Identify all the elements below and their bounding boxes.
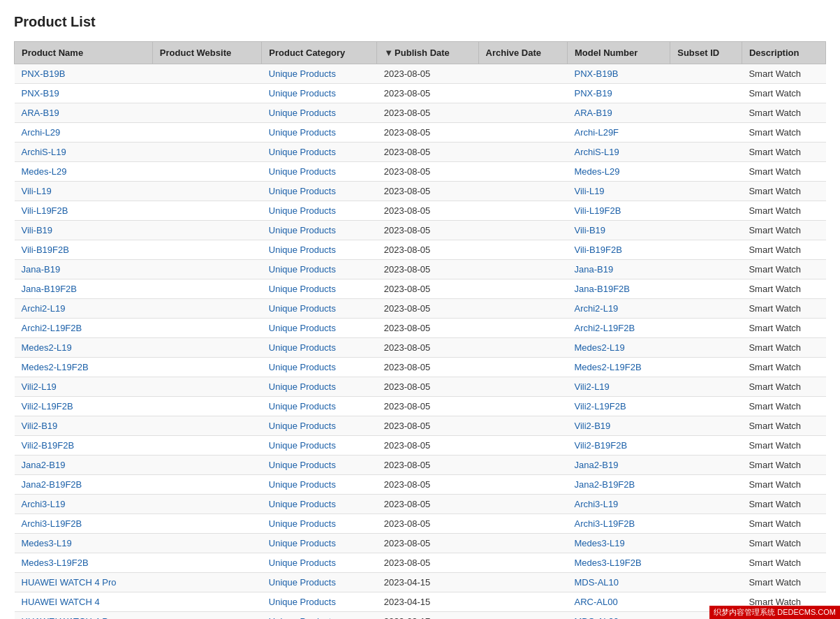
- productName-link[interactable]: HUAWEI WATCH 4 Pro: [22, 616, 117, 619]
- table-row[interactable]: Jana-B19F2BUnique Products2023-08-05Jana…: [15, 279, 826, 299]
- table-row[interactable]: Vili-L19F2BUnique Products2023-08-05Vili…: [15, 201, 826, 221]
- productName-link[interactable]: ARA-B19: [22, 108, 59, 118]
- table-row[interactable]: Vili2-B19F2BUnique Products2023-08-05Vil…: [15, 436, 826, 456]
- table-row[interactable]: Jana2-B19Unique Products2023-08-05Jana2-…: [15, 456, 826, 475]
- productCategory-link[interactable]: Unique Products: [269, 421, 336, 431]
- modelNumber-link[interactable]: Vili2-L19F2B: [574, 401, 626, 412]
- modelNumber-link[interactable]: Medes3-L19: [574, 538, 624, 548]
- productName-link[interactable]: Archi3-L19F2B: [22, 518, 82, 529]
- modelNumber-link[interactable]: Vili-L19F2B: [574, 205, 621, 216]
- modelNumber-link[interactable]: Archi2-L19F2B: [574, 323, 635, 333]
- productName-link[interactable]: Jana-B19F2B: [22, 284, 78, 294]
- productCategory-link[interactable]: Unique Products: [269, 166, 336, 177]
- productCategory-link[interactable]: Unique Products: [269, 205, 336, 216]
- modelNumber-link[interactable]: Archi3-L19: [574, 499, 618, 509]
- table-row[interactable]: Vili-B19Unique Products2023-08-05Vili-B1…: [15, 221, 826, 240]
- productCategory-link[interactable]: Unique Products: [269, 147, 336, 157]
- productName-link[interactable]: Vili2-B19: [22, 421, 58, 431]
- productName-link[interactable]: Medes3-L19F2B: [22, 558, 89, 568]
- modelNumber-link[interactable]: Vili-B19F2B: [574, 245, 621, 255]
- modelNumber-link[interactable]: Archi3-L19F2B: [574, 518, 635, 529]
- modelNumber-link[interactable]: Archi2-L19: [574, 303, 618, 314]
- productName-link[interactable]: ArchiS-L19: [22, 147, 66, 157]
- productCategory-link[interactable]: Unique Products: [269, 499, 336, 509]
- productCategory-link[interactable]: Unique Products: [269, 127, 336, 138]
- productName-link[interactable]: Archi3-L19: [22, 499, 66, 509]
- table-row[interactable]: Vili2-B19Unique Products2023-08-05Vili2-…: [15, 416, 826, 436]
- productName-link[interactable]: Vili2-B19F2B: [22, 440, 75, 451]
- table-row[interactable]: PNX-B19BUnique Products2023-08-05PNX-B19…: [15, 64, 826, 84]
- productName-link[interactable]: Vili-B19F2B: [22, 245, 69, 255]
- productName-link[interactable]: Jana2-B19: [22, 460, 66, 470]
- column-header-productCategory[interactable]: Product Category: [262, 42, 377, 64]
- productCategory-link[interactable]: Unique Products: [269, 284, 336, 294]
- table-row[interactable]: Medes3-L19F2BUnique Products2023-08-05Me…: [15, 553, 826, 573]
- productCategory-link[interactable]: Unique Products: [269, 88, 336, 99]
- table-row[interactable]: Vili-B19F2BUnique Products2023-08-05Vili…: [15, 240, 826, 260]
- table-row[interactable]: Medes-L29Unique Products2023-08-05Medes-…: [15, 162, 826, 182]
- modelNumber-link[interactable]: Jana-B19: [574, 264, 613, 275]
- productCategory-link[interactable]: Unique Products: [269, 401, 336, 412]
- table-row[interactable]: Archi3-L19F2BUnique Products2023-08-05Ar…: [15, 514, 826, 534]
- table-row[interactable]: HUAWEI WATCH 4 ProUnique Products2023-04…: [15, 573, 826, 592]
- productName-link[interactable]: Archi-L29: [22, 127, 61, 138]
- modelNumber-link[interactable]: Jana2-B19: [574, 460, 618, 470]
- productCategory-link[interactable]: Unique Products: [269, 577, 336, 588]
- modelNumber-link[interactable]: Medes2-L19: [574, 342, 624, 353]
- productName-link[interactable]: Jana2-B19F2B: [22, 479, 82, 490]
- table-row[interactable]: PNX-B19Unique Products2023-08-05PNX-B19S…: [15, 84, 826, 103]
- productCategory-link[interactable]: Unique Products: [269, 186, 336, 196]
- productName-link[interactable]: Archi2-L19F2B: [22, 323, 82, 333]
- modelNumber-link[interactable]: Vili2-L19: [574, 381, 609, 392]
- productCategory-link[interactable]: Unique Products: [269, 558, 336, 568]
- table-row[interactable]: Vili2-L19Unique Products2023-08-05Vili2-…: [15, 377, 826, 397]
- table-row[interactable]: Jana-B19Unique Products2023-08-05Jana-B1…: [15, 260, 826, 279]
- modelNumber-link[interactable]: Vili2-B19: [574, 421, 610, 431]
- productCategory-link[interactable]: Unique Products: [269, 323, 336, 333]
- table-row[interactable]: HUAWEI WATCH 4 ProUnique Products2023-03…: [15, 612, 826, 620]
- modelNumber-link[interactable]: Medes3-L19F2B: [574, 558, 641, 568]
- modelNumber-link[interactable]: Vili-B19: [574, 225, 605, 235]
- table-row[interactable]: Archi2-L19F2BUnique Products2023-08-05Ar…: [15, 319, 826, 338]
- table-row[interactable]: Jana2-B19F2BUnique Products2023-08-05Jan…: [15, 475, 826, 495]
- column-header-publishDate[interactable]: ▼ Publish Date: [377, 42, 478, 64]
- productName-link[interactable]: Medes2-L19: [22, 342, 72, 353]
- modelNumber-link[interactable]: MDS-AL00: [574, 616, 619, 619]
- productName-link[interactable]: PNX-B19: [22, 88, 59, 99]
- table-row[interactable]: HUAWEI WATCH 4Unique Products2023-04-15A…: [15, 592, 826, 612]
- productCategory-link[interactable]: Unique Products: [269, 68, 336, 79]
- table-row[interactable]: Archi3-L19Unique Products2023-08-05Archi…: [15, 495, 826, 514]
- modelNumber-link[interactable]: ARC-AL00: [574, 597, 617, 607]
- column-header-modelNumber[interactable]: Model Number: [567, 42, 670, 64]
- column-header-productName[interactable]: Product Name: [15, 42, 153, 64]
- productCategory-link[interactable]: Unique Products: [269, 381, 336, 392]
- productCategory-link[interactable]: Unique Products: [269, 342, 336, 353]
- productName-link[interactable]: Medes3-L19: [22, 538, 72, 548]
- table-row[interactable]: ArchiS-L19Unique Products2023-08-05Archi…: [15, 143, 826, 162]
- column-header-productWebsite[interactable]: Product Website: [152, 42, 261, 64]
- column-header-subsetId[interactable]: Subset ID: [670, 42, 742, 64]
- productCategory-link[interactable]: Unique Products: [269, 597, 336, 607]
- table-row[interactable]: Medes2-L19F2BUnique Products2023-08-05Me…: [15, 358, 826, 377]
- productCategory-link[interactable]: Unique Products: [269, 264, 336, 275]
- productCategory-link[interactable]: Unique Products: [269, 616, 336, 619]
- modelNumber-link[interactable]: Medes-L29: [574, 166, 619, 177]
- productName-link[interactable]: Vili-L19: [22, 186, 52, 196]
- productName-link[interactable]: PNX-B19B: [22, 68, 66, 79]
- modelNumber-link[interactable]: Jana-B19F2B: [574, 284, 630, 294]
- modelNumber-link[interactable]: ArchiS-L19: [574, 147, 619, 157]
- table-row[interactable]: Medes3-L19Unique Products2023-08-05Medes…: [15, 534, 826, 553]
- modelNumber-link[interactable]: ARA-B19: [574, 108, 612, 118]
- productName-link[interactable]: Vili2-L19F2B: [22, 401, 73, 412]
- modelNumber-link[interactable]: Jana2-B19F2B: [574, 479, 635, 490]
- productName-link[interactable]: Vili-L19F2B: [22, 205, 68, 216]
- table-row[interactable]: ARA-B19Unique Products2023-08-05ARA-B19S…: [15, 103, 826, 123]
- productCategory-link[interactable]: Unique Products: [269, 460, 336, 470]
- productCategory-link[interactable]: Unique Products: [269, 538, 336, 548]
- productCategory-link[interactable]: Unique Products: [269, 225, 336, 235]
- modelNumber-link[interactable]: Vili-L19: [574, 186, 604, 196]
- modelNumber-link[interactable]: Vili2-B19F2B: [574, 440, 627, 451]
- column-header-archiveDate[interactable]: Archive Date: [478, 42, 567, 64]
- productName-link[interactable]: Vili-B19: [22, 225, 53, 235]
- productName-link[interactable]: HUAWEI WATCH 4: [22, 597, 100, 607]
